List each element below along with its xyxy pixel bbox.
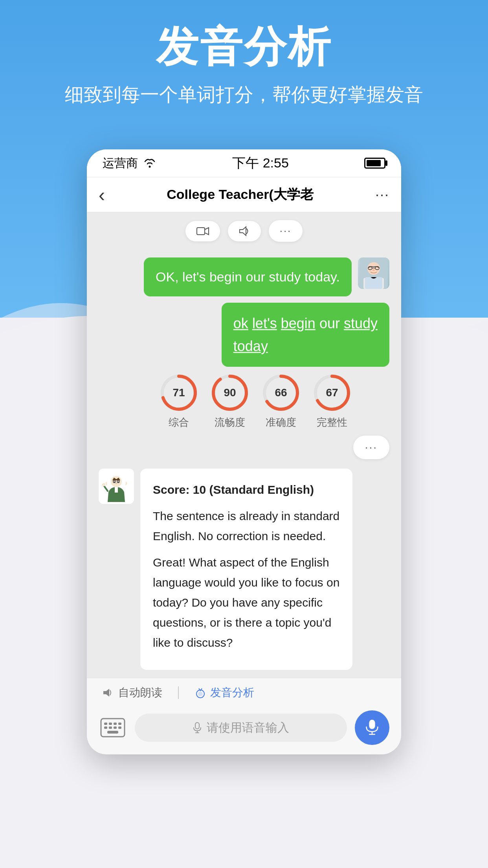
score-value-wanzheng: 67 [326,386,338,399]
score-label-wanzheng: 完整性 [317,416,347,429]
toolbar-input-row: 请使用语音输入 [99,706,389,750]
voice-input-placeholder: 请使用语音输入 [207,720,289,736]
svg-point-25 [118,482,119,483]
svg-rect-36 [109,723,112,725]
speaker-small-icon [103,688,114,698]
svg-marker-31 [103,689,109,697]
medal-icon [194,687,206,699]
wifi-icon [143,158,157,169]
more-options-button[interactable]: ··· [269,220,303,242]
ai-avatar [99,469,134,504]
svg-rect-44 [195,723,199,729]
auto-read-toggle[interactable]: 自动朗读 [103,685,162,700]
svg-rect-1 [197,228,205,235]
score-circle-liuchang: 90 [210,373,250,412]
action-buttons-row: ··· [87,212,401,250]
mic-record-icon [363,719,381,736]
score-circles-row: 71 综合 90 流畅度 [99,373,389,429]
keyboard-button[interactable] [99,714,127,742]
ai-message-bubble: Score: 10 (Standard English) The sentenc… [99,469,389,670]
user-avatar-image [360,257,388,289]
more-options-pill[interactable]: ··· [353,436,389,459]
bottom-toolbar: 自动朗读 发音分析 [87,678,401,754]
header-more-button[interactable]: ··· [375,186,389,203]
svg-rect-42 [118,726,121,729]
svg-rect-37 [114,723,117,725]
score-zhunque: 66 准确度 [261,373,301,429]
svg-point-21 [111,476,122,487]
chat-header: ‹ College Teacher(大学老 ··· [87,177,401,212]
chat-title: College Teacher(大学老 [167,186,313,204]
status-bar: 运营商 下午 2:55 [87,149,401,177]
main-title: 发音分析 [0,24,488,70]
user-avatar [358,257,389,289]
word-study: study [344,315,378,331]
score-zonghe: 71 综合 [159,373,198,429]
svg-rect-39 [104,726,107,729]
user-message-bubble: OK, let's begin our study today. [99,257,389,296]
score-label-zonghe: 综合 [169,416,189,429]
auto-read-label: 自动朗读 [118,685,162,700]
word-today: today [233,338,268,354]
audio-button[interactable] [228,221,261,241]
pronun-analysis-label: 发音分析 [210,685,254,700]
chat-area: OK, let's begin our study today. [87,250,401,678]
back-button[interactable]: ‹ [99,184,105,206]
toolbar-divider [178,686,179,699]
ai-para2: Great! What aspect of the English langua… [153,552,340,653]
score-value-liuchang: 90 [224,386,236,399]
svg-point-24 [114,482,115,483]
carrier-label: 运营商 [103,155,138,171]
score-value-zonghe: 71 [172,386,185,399]
score-circle-wanzheng: 67 [312,373,352,412]
toolbar-options-row: 自动朗读 发音分析 [99,685,389,700]
keyboard-icon [100,718,125,737]
score-circle-zonghe: 71 [159,373,198,412]
voice-input-area[interactable]: 请使用语音输入 [135,714,347,742]
battery-icon [364,158,385,169]
status-time: 下午 2:55 [232,154,289,172]
svg-rect-40 [109,726,112,729]
video-call-button[interactable] [185,221,220,241]
svg-marker-3 [240,227,246,235]
score-label-liuchang: 流畅度 [215,416,245,429]
word-our: our [319,315,340,331]
pronunciation-text: ok let's begin our study today [222,303,389,367]
pronun-analysis-toggle[interactable]: 发音分析 [194,685,254,700]
svg-rect-41 [114,726,117,729]
svg-marker-2 [205,228,209,235]
svg-rect-47 [369,720,375,729]
word-lets: let's [252,315,277,331]
score-liuchang: 90 流畅度 [210,373,250,429]
title-section: 发音分析 细致到每一个单词打分，帮你更好掌握发音 [0,24,488,107]
status-left: 运营商 [103,155,157,171]
svg-point-0 [149,166,151,168]
score-circle-zhunque: 66 [261,373,301,412]
user-message-text: OK, let's begin our study today. [144,257,352,296]
word-ok: ok [233,315,248,331]
svg-rect-38 [118,723,121,725]
svg-rect-26 [115,487,118,493]
mic-record-button[interactable] [355,710,389,745]
svg-point-33 [198,691,203,696]
word-begin: begin [281,315,316,331]
score-label-zhunque: 准确度 [266,416,296,429]
status-right [364,158,385,169]
more-dots-label: ··· [280,225,292,237]
score-value-zhunque: 66 [275,386,287,399]
score-wanzheng: 67 完整性 [312,373,352,429]
svg-rect-43 [107,731,118,734]
battery-fill [367,160,381,166]
speaker-icon [239,226,250,237]
ai-para1: The sentence is already in standard Engl… [153,506,340,546]
mic-small-icon [193,722,202,733]
svg-point-10 [372,269,375,271]
svg-rect-35 [104,723,107,725]
ai-avatar-image [101,471,132,502]
ai-message-text: Score: 10 (Standard English) The sentenc… [140,469,352,670]
phone-mockup: 运营商 下午 2:55 ‹ College Teacher(大学老 ··· [87,149,401,754]
video-icon [196,226,209,237]
more-options-container: ··· [99,436,389,459]
svg-point-30 [102,483,105,486]
subtitle: 细致到每一个单词打分，帮你更好掌握发音 [0,82,488,107]
